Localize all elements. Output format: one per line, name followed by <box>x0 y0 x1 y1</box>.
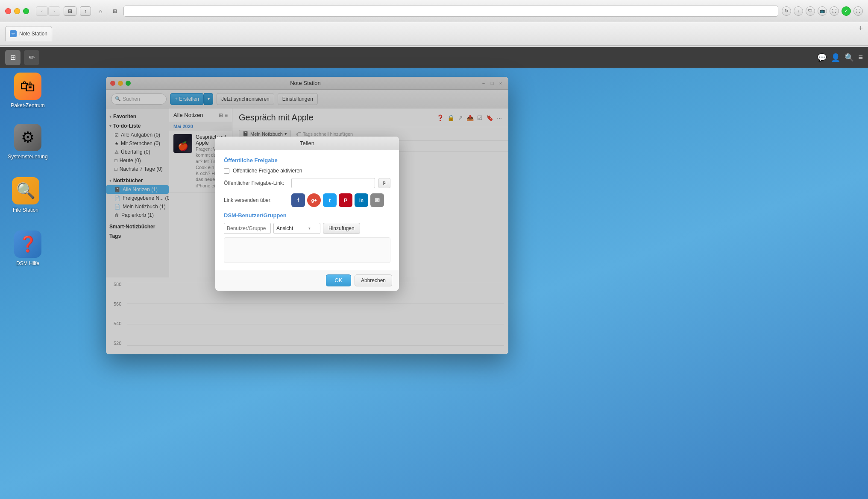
user-group-input[interactable] <box>224 223 271 234</box>
chat-icon[interactable]: 💬 <box>817 53 827 62</box>
permission-select[interactable]: Ansicht ▾ <box>273 223 320 234</box>
minimize-button[interactable] <box>14 8 20 14</box>
cancel-label: Abbrechen <box>361 277 386 283</box>
ok-button[interactable]: OK <box>326 274 351 286</box>
facebook-share-button[interactable]: f <box>291 193 305 207</box>
link-input[interactable] <box>291 178 375 188</box>
permission-value: Ansicht <box>276 225 293 231</box>
cast-button[interactable]: 📺 <box>818 6 827 16</box>
search-icon[interactable]: 🔍 <box>845 53 854 62</box>
desktop-icon-systemsteuerung[interactable]: ⚙ Systemsteuerung <box>11 124 45 160</box>
ok-label: OK <box>335 277 342 283</box>
systemsteuerung-icon: ⚙ <box>14 124 41 151</box>
desktop-icon-file-station[interactable]: 🔍 File Station <box>9 177 43 214</box>
close-button[interactable] <box>5 8 11 14</box>
dialog-footer: OK Abbrechen <box>215 270 399 291</box>
dialog-titlebar: Teilen <box>215 137 399 150</box>
note-station-tab[interactable]: ✏ Note Station <box>5 26 52 41</box>
secure-icon: ✓ <box>842 6 851 16</box>
cancel-button[interactable]: Abbrechen <box>355 274 392 286</box>
reader-view-button[interactable]: ⊞ <box>64 6 76 16</box>
public-section-title: Öffentliche Freigabe <box>224 157 390 163</box>
dialog-body: Öffentliche Freigabe Öffentliche Freigab… <box>215 150 399 270</box>
user-icon[interactable]: 👤 <box>831 53 840 62</box>
syno-toolbar-right: 💬 👤 🔍 ≡ <box>817 53 863 62</box>
grid-button[interactable]: ⊞ <box>109 6 121 16</box>
add-label: Hinzufügen <box>328 225 355 231</box>
note-station-tab-icon: ✏ <box>10 30 17 37</box>
enable-public-checkbox[interactable] <box>224 168 229 174</box>
forward-button[interactable]: › <box>48 6 60 16</box>
link-field-row: Öffentlicher Freigabe-Link: ⎘ <box>224 178 390 188</box>
shield-icon[interactable]: 🛡 <box>806 6 815 16</box>
home-button[interactable]: ⌂ <box>94 6 106 16</box>
systemsteuerung-label: Systemsteuerung <box>8 154 47 160</box>
permission-arrow-icon: ▾ <box>308 226 311 231</box>
paket-zentrum-icon: 🛍 <box>14 73 41 100</box>
link-field-label: Öffentlicher Freigabe-Link: <box>224 180 288 186</box>
linkedin-share-button[interactable]: in <box>355 193 368 207</box>
permission-select-container: Ansicht ▾ <box>273 223 320 234</box>
dialog-title: Teilen <box>300 140 314 146</box>
note-station-window: Note Station − □ × 🔍 Suchen + Erstellen … <box>106 77 508 354</box>
browser-chrome: ‹ › ⊞ ↑ ⌂ ⊞ ↻ ↓ 🛡 📺 ⛶ ✓ ⛶ + ✏ Note Stati… <box>0 0 868 47</box>
desktop-icon-paket-zentrum[interactable]: 🛍 Paket-Zentrum <box>11 73 45 109</box>
enable-public-label: Öffentliche Freigabe aktivieren <box>233 168 302 174</box>
pinterest-share-button[interactable]: P <box>339 193 352 207</box>
paket-zentrum-label: Paket-Zentrum <box>11 102 44 109</box>
file-station-label: File Station <box>13 207 38 214</box>
desktop-icon-dsm-hilfe[interactable]: ❓ DSM Hilfe <box>11 231 45 267</box>
synology-toolbar: ⊞ ✏ 💬 👤 🔍 ≡ <box>0 47 868 68</box>
maximize-button[interactable] <box>23 8 29 14</box>
google-plus-share-button[interactable]: g+ <box>307 193 321 207</box>
dsm-section-title: DSM-Benutzer/Gruppen <box>224 212 390 219</box>
fullscreen-button[interactable]: ⛶ <box>830 6 839 16</box>
address-bar-container: ⌂ ⊞ <box>94 6 778 17</box>
add-user-button[interactable]: Hinzufügen <box>323 223 360 234</box>
twitter-share-button[interactable]: t <box>323 193 337 207</box>
note-station-tab-label: Note Station <box>19 31 47 37</box>
email-share-button[interactable]: ✉ <box>370 193 384 207</box>
send-via-label: Link versenden über: <box>224 197 288 203</box>
back-button[interactable]: ‹ <box>36 6 48 16</box>
browser-toolbar: ✏ Note Station <box>0 22 868 46</box>
desktop: 🛍 Paket-Zentrum ⚙ Systemsteuerung 🔍 File… <box>0 68 868 499</box>
send-via-row: Link versenden über: f g+ t P in ✉ <box>224 193 390 207</box>
note-station-taskbar-button[interactable]: ✏ <box>24 50 39 65</box>
dsm-hilfe-icon: ❓ <box>14 231 41 258</box>
menu-icon[interactable]: ≡ <box>858 53 863 62</box>
copy-link-button[interactable]: ⎘ <box>378 178 390 188</box>
refresh-button[interactable]: ↻ <box>782 6 791 16</box>
traffic-lights <box>5 8 29 14</box>
download-button[interactable]: ↓ <box>794 6 803 16</box>
browser-right-icons: ↻ ↓ 🛡 📺 ⛶ ✓ ⛶ <box>782 6 863 16</box>
share-button[interactable]: ↑ <box>80 6 91 16</box>
dsm-hilfe-label: DSM Hilfe <box>16 260 39 267</box>
share-dialog: Teilen Öffentliche Freigabe Öffentliche … <box>215 137 399 291</box>
address-bar[interactable] <box>123 6 778 17</box>
add-tab-button[interactable]: + <box>858 24 863 33</box>
enable-public-row: Öffentliche Freigabe aktivieren <box>224 168 390 174</box>
browser-titlebar: ‹ › ⊞ ↑ ⌂ ⊞ ↻ ↓ 🛡 📺 ⛶ ✓ ⛶ + <box>0 0 868 22</box>
dialog-overlay: Teilen Öffentliche Freigabe Öffentliche … <box>106 77 508 354</box>
file-station-icon: 🔍 <box>12 177 39 204</box>
zoom-button[interactable]: ⛶ <box>853 6 863 16</box>
dsm-user-row: Ansicht ▾ Hinzufügen <box>224 223 390 234</box>
user-list <box>224 237 390 263</box>
apps-overview-button[interactable]: ⊞ <box>5 50 21 65</box>
